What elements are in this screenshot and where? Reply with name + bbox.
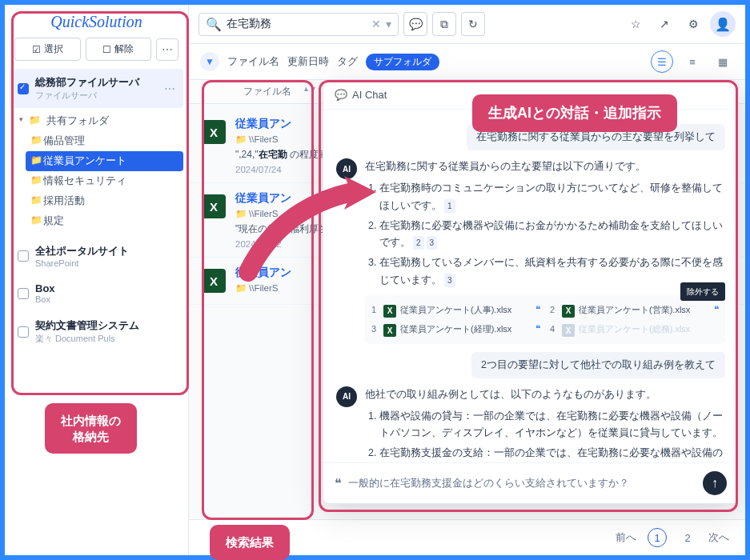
sort-icon[interactable]: ▲▼ — [303, 85, 317, 98]
arrow-icon[interactable]: ↗ — [652, 12, 676, 36]
folder-icon: 📁 — [30, 194, 42, 206]
ai-message: AI 在宅勤務に関する従業員からの主な要望は以下の通りです。 在宅勤務時のコミュ… — [336, 158, 725, 344]
checkbox-icon[interactable] — [18, 326, 29, 338]
excel-icon: X — [202, 269, 226, 293]
chat-footer: ❝ ↑ — [323, 462, 738, 503]
pager-page-1[interactable]: 1 — [648, 528, 667, 547]
user-icon: 👤 — [715, 17, 731, 32]
source-item[interactable]: 総務部ファイルサーバファイルサーバ ⋯ — [10, 69, 183, 108]
folder-icon: 📁 — [30, 134, 42, 146]
quote-icon[interactable]: ❝ — [535, 302, 540, 318]
quote-icon[interactable]: ❝ — [335, 476, 342, 491]
search-icon: 🔍 — [206, 17, 222, 32]
tree-item[interactable]: 📁採用活動 — [26, 191, 183, 211]
tree-item[interactable]: 📁情報セキュリティ — [26, 171, 183, 191]
ai-message: AI 他社での取り組み例としては、以下のようなものがあります。 機器や設備の貸与… — [336, 386, 725, 462]
excel-icon: X — [202, 120, 226, 144]
avatar[interactable]: 👤 — [710, 11, 736, 37]
checkbox-icon[interactable] — [18, 83, 29, 94]
topbar: 🔍 ✕ ▾ 💬 ⧉ ↻ ☆ ↗ ⚙ 👤 — [189, 5, 745, 44]
col-filename[interactable]: ファイル名 — [243, 85, 291, 98]
gear-icon[interactable]: ⚙ — [681, 12, 705, 36]
sidebar: QuickSolution ☑選択 ☐解除 ⋯ 総務部ファイルサーバファイルサー… — [5, 5, 189, 555]
filter-icon[interactable]: ▼ — [200, 52, 219, 71]
folder-tree: ▾📁共有フォルダ 📁備品管理 📁従業員アンケート 📁情報セキュリティ 📁採用活動… — [10, 110, 183, 238]
more-icon[interactable]: ⋯ — [164, 82, 175, 95]
ai-badge-icon: AI — [336, 386, 357, 407]
reference-item-disabled[interactable]: 4X従業員アンケート(総務).xlsx — [550, 321, 719, 337]
checkbox-icon[interactable] — [18, 250, 29, 262]
pager-page-2[interactable]: 2 — [678, 528, 697, 547]
arrow-up-icon: ↑ — [712, 476, 718, 490]
folder-icon: 📁 — [30, 174, 42, 186]
reference-item[interactable]: 3X従業員アンケート(経理).xlsx❝ — [371, 321, 540, 337]
check-icon: ☑ — [32, 44, 41, 55]
excel-icon: X — [383, 324, 396, 337]
user-message: 2つ目の要望に対して他社での取り組み例を教えて — [336, 352, 725, 378]
square-icon: ☐ — [102, 44, 111, 55]
citation[interactable]: 2 — [413, 236, 424, 250]
history-icon[interactable]: ↻ — [461, 12, 485, 36]
pager-prev[interactable]: 前へ — [616, 530, 636, 545]
tree-item[interactable]: 📁規定 — [26, 211, 183, 231]
citation[interactable]: 3 — [444, 274, 455, 287]
clear-button[interactable]: ☐解除 — [86, 38, 152, 61]
chevron-down-icon[interactable]: ▾ — [386, 18, 391, 30]
callout-label: 社内情報の 格納先 — [45, 403, 137, 454]
folder-icon: 📁 — [235, 134, 247, 145]
folder-icon: 📁 — [30, 214, 42, 226]
callout-label: 生成AIとの対話・追加指示 — [472, 94, 677, 132]
search-box[interactable]: 🔍 ✕ ▾ — [199, 13, 399, 36]
copy-icon[interactable]: ⧉ — [432, 12, 456, 36]
view-grid-icon[interactable]: ▦ — [712, 50, 734, 73]
checkbox-icon[interactable] — [18, 288, 29, 299]
citation[interactable]: 1 — [444, 199, 455, 213]
app-logo: QuickSolution — [5, 5, 188, 38]
chat-input[interactable] — [348, 478, 696, 490]
excel-icon: X — [202, 194, 226, 218]
folder-icon: 📁 — [29, 114, 41, 126]
source-item[interactable]: 全社ポータルサイトSharePoint — [10, 238, 183, 274]
source-item[interactable]: 契約文書管理システム楽々 Document Puls — [10, 312, 183, 351]
filter-date[interactable]: 更新日時 — [287, 54, 329, 69]
tree-item[interactable]: 📁備品管理 — [26, 131, 183, 151]
reference-grid: 除外する 1X従業員アンケート(人事).xlsx❝ 2X従業員アンケート(営業)… — [365, 295, 725, 344]
filter-subfolder-pill[interactable]: サブフォルダ — [366, 54, 439, 70]
filter-bar: ▼ ファイル名 更新日時 タグ サブフォルダ ☰ ≡ ▦ — [189, 44, 745, 80]
excel-icon: X — [562, 305, 575, 318]
sidebar-more-button[interactable]: ⋯ — [156, 38, 178, 61]
citation[interactable]: 3 — [427, 236, 438, 250]
star-icon[interactable]: ☆ — [624, 12, 648, 36]
search-input[interactable] — [227, 18, 367, 30]
callout-label: 検索結果 — [210, 525, 290, 560]
excel-icon: X — [383, 305, 396, 318]
quote-icon[interactable]: ❝ — [714, 302, 719, 318]
tree-item-selected[interactable]: 📁従業員アンケート — [26, 151, 183, 171]
chat-icon: 💬 — [335, 89, 347, 101]
tree-root[interactable]: ▾📁共有フォルダ — [26, 111, 183, 131]
ai-chat-panel: 💬 AI Chat 在宅勤務に関する従業員からの主な要望を列挙して AI 在宅勤… — [323, 80, 739, 504]
filter-tag[interactable]: タグ — [337, 54, 358, 69]
arrow-icon — [232, 160, 376, 288]
reference-item[interactable]: 2X従業員アンケート(営業).xlsx❝ — [550, 302, 719, 318]
quote-icon[interactable]: ❝ — [535, 321, 540, 337]
reference-item[interactable]: 1X従業員アンケート(人事).xlsx❝ — [371, 302, 540, 318]
clear-icon[interactable]: ✕ — [371, 18, 381, 30]
caret-down-icon: ▾ — [19, 115, 23, 123]
view-list-icon[interactable]: ☰ — [651, 50, 673, 73]
source-item[interactable]: BoxBox — [10, 276, 183, 310]
pager-next[interactable]: 次へ — [708, 530, 729, 545]
folder-icon: 📁 — [30, 154, 42, 166]
select-button[interactable]: ☑選択 — [14, 38, 81, 61]
send-button[interactable]: ↑ — [703, 471, 727, 495]
excel-icon: X — [562, 324, 575, 337]
chat-icon[interactable]: 💬 — [403, 12, 427, 36]
view-detail-icon[interactable]: ≡ — [681, 50, 704, 73]
filter-filename[interactable]: ファイル名 — [227, 54, 279, 69]
exclude-button[interactable]: 除外する — [680, 282, 725, 301]
